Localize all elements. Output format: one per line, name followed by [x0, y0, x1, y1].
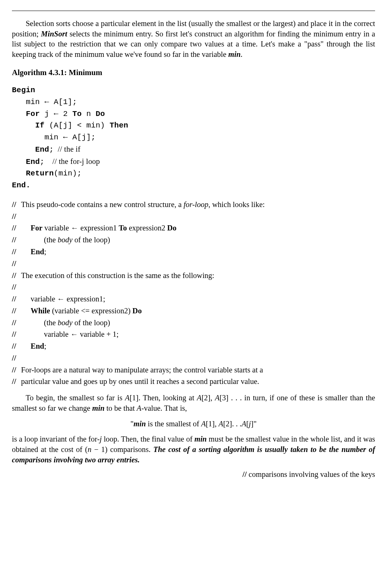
minsort-word: MinSort	[41, 30, 67, 38]
kw-to: To	[73, 110, 82, 118]
c-tail-2: particular value and goes up by ones unt…	[21, 376, 375, 388]
slash-16: //	[12, 376, 21, 388]
slash-8: //	[12, 281, 21, 293]
slash-12: //	[12, 329, 21, 340]
slash-5: //	[12, 246, 21, 258]
comment-the-if: // the if	[54, 145, 81, 153]
centered-invariant: "min is the smallest of A[1], A[2]. . .A…	[12, 419, 375, 429]
c-tail-1: For-loops are a natural way to manipulat…	[21, 364, 375, 376]
kw-end-if: End	[35, 145, 49, 154]
para-3: is a loop invariant of the for-j loop. T…	[12, 434, 375, 465]
slash-2: //	[12, 211, 21, 223]
c-var-e1: variable ← expression1;	[21, 293, 375, 305]
kw-end-for: End	[26, 158, 40, 166]
comment-block: // This pseudo-code contains a new contr…	[12, 199, 375, 388]
c-body-line-2: (the body of the loop)	[21, 317, 375, 329]
para-2: To begin, the smallest so far is A[1]. T…	[12, 393, 375, 413]
return-arg: (min);	[54, 169, 82, 178]
for-mid: j ← 2	[40, 110, 73, 118]
kw-begin: Begin	[12, 86, 35, 94]
slash-10: //	[12, 305, 21, 317]
c-while-line: While (variable <= expression2) Do	[21, 305, 375, 317]
kw-for: For	[26, 110, 40, 118]
kw-do: Do	[96, 110, 105, 118]
kw-then: Then	[110, 121, 128, 130]
comment-for-j: // the for-j loop	[45, 157, 100, 165]
pseudocode-block: Begin min ← A[1]; For j ← 2 To n Do If (…	[12, 84, 375, 191]
min-word-1: min	[228, 50, 241, 58]
top-rule	[12, 10, 375, 11]
algorithm-title: Algorithm 4.3.1: Minimum	[12, 67, 375, 78]
slash-1: //	[12, 199, 21, 211]
slash-3: //	[12, 222, 21, 234]
slash-14: //	[12, 352, 21, 364]
kw-end-final: End.	[12, 181, 31, 190]
slash-9: //	[12, 293, 21, 305]
slash-11: //	[12, 317, 21, 329]
right-comment-text: comparisons involving values of the keys	[249, 470, 375, 478]
slash-15: //	[12, 364, 21, 376]
slash-6: //	[12, 258, 21, 270]
semi-1: ;	[49, 145, 54, 154]
c-body-line-1: (the body of the loop)	[21, 234, 375, 246]
intro-period: .	[241, 50, 243, 58]
kw-if: If	[35, 121, 45, 130]
c-intro: This pseudo-code contains a new control …	[21, 199, 375, 211]
semi-2: ;	[40, 158, 45, 166]
slash-13: //	[12, 340, 21, 352]
slash-4: //	[12, 234, 21, 246]
c-end-line-2: End;	[21, 340, 375, 352]
line-min-aj: min ← A[j];	[12, 133, 96, 142]
c-exec: The execution of this construction is th…	[21, 270, 375, 282]
intro-paragraph: Selection sorts choose a particular elem…	[12, 19, 375, 60]
slash-7: //	[12, 270, 21, 282]
c-var-inc: variable ← variable + 1;	[21, 329, 375, 340]
c-for-line: For variable ← expression1 To expression…	[21, 222, 375, 234]
right-comment: // // comparisons involving values of th…	[12, 469, 375, 480]
line-min-a1: min ← A[1];	[12, 98, 77, 106]
if-cond: (A[j] < min)	[45, 121, 110, 130]
c-end-line-1: End;	[21, 246, 375, 258]
kw-return: Return	[26, 169, 54, 178]
for-n: n	[82, 110, 96, 118]
